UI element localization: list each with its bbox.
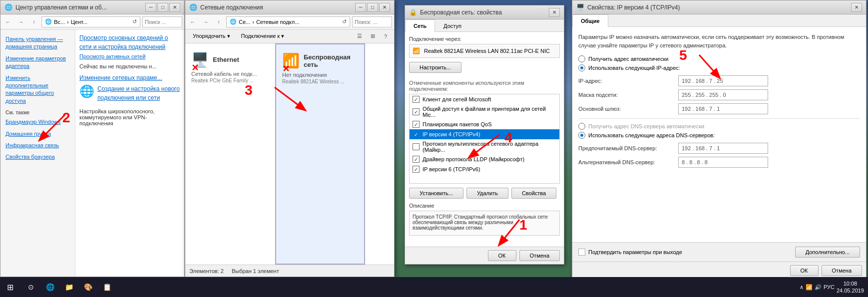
- ethernet-item[interactable]: 🖥️ ✕ Ethernet Сетевой кабель не подк... …: [185, 43, 275, 265]
- tray-lang[interactable]: РУС: [824, 284, 835, 290]
- sidebar-homegroup-link[interactable]: Домашняя группа: [0, 128, 75, 140]
- gateway-value[interactable]: 192 . 168 . 7 . 1: [678, 103, 768, 114]
- wifi-item[interactable]: 📶 ✕ Беспроводная сеть Нет подключения Re…: [275, 43, 365, 265]
- win-cp-minimize[interactable]: ─: [145, 3, 156, 12]
- win-conn-minimize[interactable]: ─: [355, 3, 366, 12]
- wireless-cancel-btn[interactable]: Отмена: [519, 250, 560, 261]
- install-btn[interactable]: Установить...: [409, 188, 463, 199]
- comp-item-0[interactable]: ✓ Клиент для сетей Microsoft: [410, 94, 559, 104]
- comp-check-1[interactable]: ✓: [413, 108, 420, 115]
- main-link-overview[interactable]: Просмотр основных сведений о сети и наст…: [79, 33, 180, 51]
- comp-item-4[interactable]: Протокол мультиплексора сетевого адаптер…: [410, 139, 559, 154]
- sidebar-ir-link[interactable]: Инфракрасная связь: [0, 140, 75, 151]
- conn-back-btn[interactable]: ←: [187, 16, 198, 27]
- taskbar-btn-4[interactable]: 📋: [98, 278, 116, 296]
- view-detail-btn[interactable]: ⊞: [367, 31, 378, 42]
- win-conn-addressbar: ← → ↑ 🌐 Се... › Сетевые подкл... ↺: [185, 14, 394, 29]
- confirm-checkbox[interactable]: [578, 249, 585, 256]
- configure-btn[interactable]: Настроить...: [409, 62, 461, 73]
- ipv4-cancel-btn[interactable]: Отмена: [822, 265, 862, 276]
- radio-dns-manual-item[interactable]: Использовать следующие адреса DNS-сервер…: [578, 132, 860, 139]
- tray-datetime[interactable]: 10:08 24.05.2019: [837, 280, 864, 295]
- radio-dns-manual-circle[interactable]: [578, 132, 585, 139]
- dns-pref-value[interactable]: 192 . 168 . 7 . 1: [678, 143, 768, 154]
- ip-value[interactable]: 192 . 168 . 7 . 25: [678, 75, 768, 86]
- comp-check-3[interactable]: ✓: [413, 131, 420, 138]
- sidebar-firewall-link[interactable]: Брандмауэр Windows: [0, 116, 75, 128]
- main-link-new[interactable]: Создание и настройка нового подключения …: [97, 84, 180, 102]
- radio-dns-auto-item[interactable]: Получить адрес DNS-сервера автоматически: [578, 123, 860, 130]
- comp-check-2[interactable]: ✓: [413, 121, 420, 128]
- delete-btn[interactable]: Удалить: [466, 188, 508, 199]
- conn-addr-refresh[interactable]: ↺: [342, 18, 347, 25]
- mask-label: Маска подсети:: [578, 92, 678, 98]
- sidebar-adapter-link[interactable]: Изменение параметров адаптера: [0, 53, 75, 72]
- radio-auto-item[interactable]: Получить адрес автоматически: [578, 55, 860, 62]
- advanced-btn[interactable]: Дополнительно...: [795, 247, 860, 258]
- address-field[interactable]: 🌐 Вс... › Цент... ↺: [41, 16, 140, 27]
- comp-item-5[interactable]: ✓ Драйвер протокола LLDP (Майкрософт): [410, 154, 559, 164]
- taskbar-btn-2[interactable]: 📁: [60, 278, 78, 296]
- tab-access[interactable]: Доступ: [435, 19, 470, 32]
- conn-icon-small: 🌐: [230, 18, 237, 25]
- win-wireless-titlebar[interactable]: 🔒 Беспроводная сеть: свойства ✕: [405, 5, 564, 19]
- comp-check-6[interactable]: ✓: [413, 166, 420, 173]
- taskbar-btn-1[interactable]: 🌐: [41, 278, 59, 296]
- win-ipv4-titlebar[interactable]: 🖥️ Свойства: IP версии 4 (TCP/IPv4) ✕: [572, 0, 866, 14]
- win-conn-titlebar[interactable]: 🌐 Сетевые подключения ─ □ ✕: [185, 0, 394, 14]
- comp-item-3[interactable]: ✓ IP версии 4 (TCP/IPv4): [410, 129, 559, 139]
- properties-btn[interactable]: Свойства: [511, 188, 556, 199]
- taskbar-btn-3[interactable]: 🎨: [79, 278, 97, 296]
- win-conn-close[interactable]: ✕: [379, 3, 390, 12]
- win-wireless-close[interactable]: ✕: [549, 8, 560, 17]
- main-link-change[interactable]: Изменение сетевых параме...: [79, 73, 180, 82]
- forward-btn[interactable]: →: [15, 16, 26, 27]
- comp-check-5[interactable]: ✓: [413, 156, 420, 163]
- tab-general[interactable]: Общие: [572, 14, 608, 27]
- ipv4-bottom: Подтвердить параметры при выходе Дополни…: [572, 242, 866, 262]
- help-btn[interactable]: ?: [380, 31, 391, 42]
- addr-refresh[interactable]: ↺: [132, 18, 137, 25]
- win-cp-titlebar[interactable]: 🌐 Центр управления сетями и об... ─ □ ✕: [0, 0, 184, 14]
- view-toggle-btn[interactable]: ☰: [354, 31, 365, 42]
- win-ipv4-close[interactable]: ✕: [851, 3, 862, 12]
- dns-alt-row: Альтернативный DNS-сервер: 8 . 8 . 8 . 8: [578, 157, 860, 168]
- wireless-ok-btn[interactable]: ОК: [488, 250, 516, 261]
- radio-manual-circle[interactable]: [578, 64, 585, 71]
- win-cp-close[interactable]: ✕: [169, 3, 180, 12]
- organize-btn[interactable]: Упорядочить ▾: [188, 31, 235, 41]
- win-cp-maximize[interactable]: □: [157, 3, 168, 12]
- dns-alt-value[interactable]: 8 . 8 . 8 . 8: [678, 157, 768, 168]
- comp-check-0[interactable]: ✓: [413, 96, 420, 103]
- confirm-checkbox-row[interactable]: Подтвердить параметры при выходе: [578, 249, 682, 256]
- back-btn[interactable]: ←: [2, 16, 13, 27]
- net-items-area: 🖥️ ✕ Ethernet Сетевой кабель не подк... …: [185, 43, 394, 265]
- main-text-active[interactable]: Просмотр активных сетей: [79, 53, 180, 59]
- radio-manual-item[interactable]: Использовать следующий IP-адрес:: [578, 64, 860, 71]
- mask-value[interactable]: 255 . 255 . 255 . 0: [678, 89, 768, 100]
- win-conn-maximize[interactable]: □: [367, 3, 378, 12]
- components-list[interactable]: ✓ Клиент для сетей Microsoft ✓ Общий дос…: [409, 94, 560, 184]
- ipv4-ok-btn[interactable]: ОК: [790, 265, 819, 276]
- start-button[interactable]: ⊞: [0, 277, 20, 297]
- sidebar-home-link[interactable]: Панель управления — домашняя страница: [0, 33, 75, 53]
- conn-forward-btn[interactable]: →: [200, 16, 211, 27]
- conn-address-field[interactable]: 🌐 Се... › Сетевые подкл... ↺: [226, 16, 350, 27]
- conn-toolbar: Упорядочить ▾ Подключение к ▾ ☰ ⊞ ?: [185, 29, 394, 43]
- sidebar-browser-link[interactable]: Свойства браузера: [0, 151, 75, 163]
- connect-to-btn[interactable]: Подключение к ▾: [237, 31, 289, 41]
- comp-item-6[interactable]: ✓ IP версии 6 (TCP/IPv6): [410, 164, 559, 174]
- radio-auto-circle[interactable]: [578, 55, 585, 62]
- comp-check-4[interactable]: [413, 143, 420, 150]
- tab-network[interactable]: Сеть: [405, 19, 435, 32]
- conn-up-btn[interactable]: ↑: [213, 16, 224, 27]
- taskbar-btn-0[interactable]: ⊙: [22, 278, 40, 296]
- comp-item-1[interactable]: ✓ Общий доступ к файлам и принтерам для …: [410, 104, 559, 119]
- sidebar-access-link[interactable]: Изменить дополнительные параметры общего…: [0, 72, 75, 107]
- tray-arrow[interactable]: ∧: [800, 284, 804, 291]
- up-btn[interactable]: ↑: [28, 16, 39, 27]
- radio-dns-auto-circle[interactable]: [578, 123, 585, 130]
- search-input[interactable]: [142, 16, 182, 27]
- conn-search-input[interactable]: [352, 16, 392, 27]
- comp-item-2[interactable]: ✓ Планировщик пакетов QoS: [410, 119, 559, 129]
